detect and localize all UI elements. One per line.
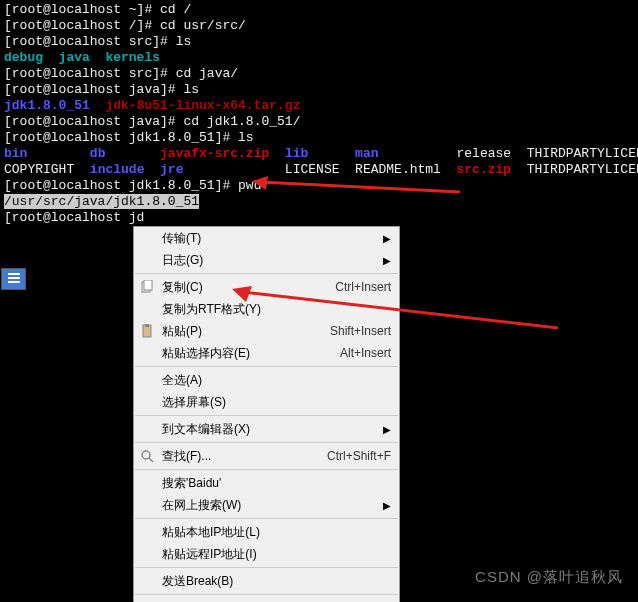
terminal-output[interactable]: [root@localhost ~]# cd /[root@localhost …	[0, 0, 638, 228]
menu-item[interactable]: 选择屏幕(S)	[134, 391, 399, 413]
svg-rect-6	[145, 324, 149, 327]
menu-separator	[135, 366, 398, 367]
menu-item-label: 发送Break(B)	[162, 573, 391, 590]
menu-item[interactable]: 全选(A)	[134, 369, 399, 391]
menu-item[interactable]: 粘贴本地IP地址(L)	[134, 521, 399, 543]
menu-item[interactable]: 粘贴远程IP地址(I)	[134, 543, 399, 565]
menu-item-label: 粘贴选择内容(E)	[162, 345, 340, 362]
side-tab-button[interactable]	[1, 268, 26, 290]
menu-item-label: 粘贴本地IP地址(L)	[162, 524, 391, 541]
menu-item-label: 粘贴(P)	[162, 323, 330, 340]
svg-rect-4	[144, 280, 152, 290]
menu-item-label: 全选(A)	[162, 372, 391, 389]
menu-item-label: 传输(T)	[162, 230, 391, 247]
menu-separator	[135, 273, 398, 274]
menu-item[interactable]: 复制(C)Ctrl+Insert	[134, 276, 399, 298]
submenu-arrow-icon: ▶	[383, 255, 391, 266]
menu-item[interactable]: 日志(G)▶	[134, 249, 399, 271]
menu-item-shortcut: Shift+Insert	[330, 324, 391, 338]
menu-item-label: 复制为RTF格式(Y)	[162, 301, 391, 318]
menu-separator	[135, 415, 398, 416]
menu-separator	[135, 567, 398, 568]
svg-point-7	[142, 451, 150, 459]
menu-item[interactable]: 查找(F)...Ctrl+Shift+F	[134, 445, 399, 467]
menu-item-label: 粘贴远程IP地址(I)	[162, 546, 391, 563]
menu-item-label: 搜索'Baidu'	[162, 475, 391, 492]
find-icon	[139, 448, 155, 464]
svg-rect-2	[8, 281, 20, 283]
paste-icon	[139, 323, 155, 339]
svg-line-8	[149, 458, 153, 462]
menu-item[interactable]: 搜索'Baidu'	[134, 472, 399, 494]
menu-item[interactable]: 在网上搜索(W)▶	[134, 494, 399, 516]
menu-separator	[135, 518, 398, 519]
menu-item-label: 在网上搜索(W)	[162, 497, 391, 514]
menu-item-shortcut: Ctrl+Insert	[335, 280, 391, 294]
menu-item[interactable]: 复制为RTF格式(Y)	[134, 298, 399, 320]
menu-item-label: 选择屏幕(S)	[162, 394, 391, 411]
menu-item[interactable]: 到文本编辑器(X)▶	[134, 418, 399, 440]
menu-item-label: 到文本编辑器(X)	[162, 421, 391, 438]
menu-item[interactable]: 发送Break(B)	[134, 570, 399, 592]
menu-item-shortcut: Alt+Insert	[340, 346, 391, 360]
menu-separator	[135, 469, 398, 470]
svg-rect-1	[8, 277, 20, 279]
menu-item[interactable]: 重置游标(R)	[134, 597, 399, 602]
menu-item-label: 查找(F)...	[162, 448, 327, 465]
hamburger-icon	[7, 272, 21, 284]
menu-item[interactable]: 粘贴选择内容(E)Alt+Insert	[134, 342, 399, 364]
submenu-arrow-icon: ▶	[383, 424, 391, 435]
menu-item-label: 复制(C)	[162, 279, 335, 296]
context-menu[interactable]: 传输(T)▶日志(G)▶复制(C)Ctrl+Insert复制为RTF格式(Y)粘…	[133, 226, 400, 602]
menu-item-shortcut: Ctrl+Shift+F	[327, 449, 391, 463]
watermark: CSDN @落叶追秋风	[475, 568, 623, 587]
submenu-arrow-icon: ▶	[383, 500, 391, 511]
copy-icon	[139, 279, 155, 295]
menu-separator	[135, 594, 398, 595]
menu-item[interactable]: 传输(T)▶	[134, 227, 399, 249]
menu-item-label: 日志(G)	[162, 252, 391, 269]
svg-rect-0	[8, 273, 20, 275]
submenu-arrow-icon: ▶	[383, 233, 391, 244]
menu-separator	[135, 442, 398, 443]
menu-item[interactable]: 粘贴(P)Shift+Insert	[134, 320, 399, 342]
